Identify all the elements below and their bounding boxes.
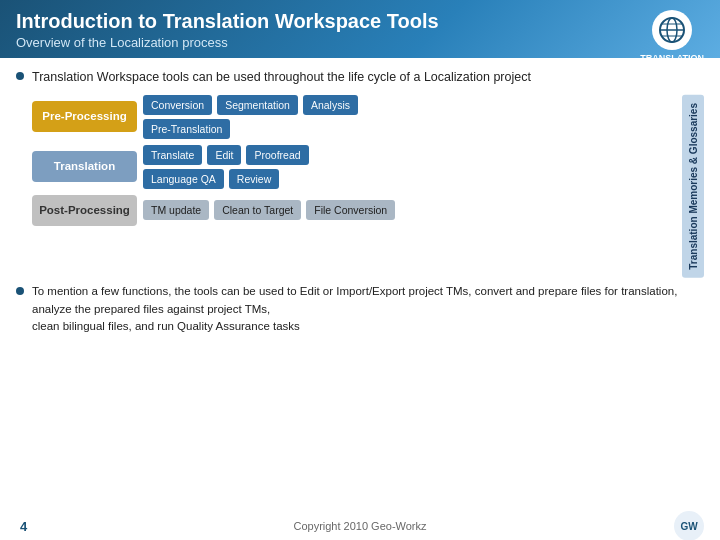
- step-tm-update: TM update: [143, 200, 209, 220]
- step-conversion: Conversion: [143, 95, 212, 115]
- step-language-qa: Language QA: [143, 169, 224, 189]
- footer-logo: GW: [674, 511, 704, 540]
- bullet-1: Translation Workspace tools can be used …: [16, 68, 704, 87]
- bullet-text-1: Translation Workspace tools can be used …: [32, 68, 531, 87]
- step-proofread: Proofread: [246, 145, 308, 165]
- step-segmentation: Segmentation: [217, 95, 298, 115]
- steps-row-preproc-2: Pre-Translation: [143, 119, 674, 139]
- header-logo: TRANSLATION WORKSPACE: [640, 10, 704, 75]
- steps-row-post-1: TM update Clean to Target File Conversio…: [143, 200, 674, 220]
- phase-label-postproc: Post-Processing: [32, 195, 137, 226]
- steps-postproc: TM update Clean to Target File Conversio…: [143, 200, 674, 220]
- steps-row-trans-1: Translate Edit Proofread: [143, 145, 674, 165]
- steps-row-trans-2: Language QA Review: [143, 169, 674, 189]
- steps-translation: Translate Edit Proofread Language QA Rev…: [143, 145, 674, 189]
- sidebar-tm-glossaries: Translation Memories & Glossaries: [682, 95, 704, 278]
- header: Introduction to Translation Workspace To…: [0, 0, 720, 58]
- steps-preproc: Conversion Segmentation Analysis Pre-Tra…: [143, 95, 674, 139]
- diagram-phases: Pre-Processing Conversion Segmentation A…: [32, 95, 674, 278]
- logo-text: TRANSLATION WORKSPACE: [640, 53, 704, 75]
- copyright: Copyright 2010 Geo-Workz: [293, 520, 426, 532]
- page-subtitle: Overview of the Localization process: [16, 35, 704, 50]
- step-file-conversion: File Conversion: [306, 200, 395, 220]
- bullet-2: To mention a few functions, the tools ca…: [16, 283, 704, 335]
- page-number: 4: [20, 519, 27, 534]
- phase-row-preproc: Pre-Processing Conversion Segmentation A…: [32, 95, 674, 139]
- phase-row-translation: Translation Translate Edit Proofread Lan…: [32, 145, 674, 189]
- bullet-dot-2: [16, 287, 24, 295]
- main-content: Translation Workspace tools can be used …: [0, 58, 720, 349]
- footer: 4 Copyright 2010 Geo-Workz GW: [0, 520, 720, 532]
- bullet-text-2: To mention a few functions, the tools ca…: [32, 283, 704, 335]
- step-analysis: Analysis: [303, 95, 358, 115]
- footer-logo-icon: GW: [674, 511, 704, 540]
- page-title: Introduction to Translation Workspace To…: [16, 10, 704, 33]
- phase-label-translation: Translation: [32, 151, 137, 182]
- bullet-dot-1: [16, 72, 24, 80]
- step-review: Review: [229, 169, 279, 189]
- lifecycle-diagram: Pre-Processing Conversion Segmentation A…: [32, 95, 704, 278]
- step-translate: Translate: [143, 145, 202, 165]
- phase-row-postproc: Post-Processing TM update Clean to Targe…: [32, 195, 674, 226]
- steps-row-preproc-1: Conversion Segmentation Analysis: [143, 95, 674, 115]
- step-pre-translation: Pre-Translation: [143, 119, 230, 139]
- logo-icon: [652, 10, 692, 50]
- step-edit: Edit: [207, 145, 241, 165]
- phase-label-preproc: Pre-Processing: [32, 101, 137, 132]
- step-clean-to-target: Clean to Target: [214, 200, 301, 220]
